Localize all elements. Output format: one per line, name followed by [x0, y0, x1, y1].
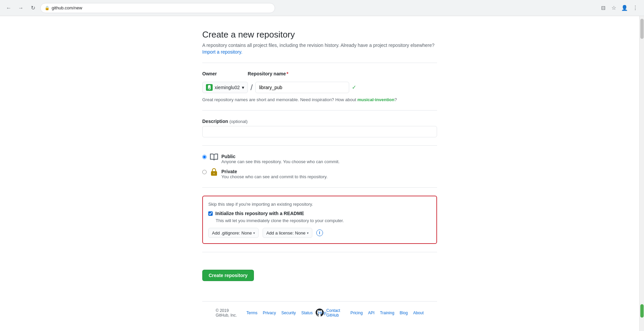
owner-field-group: Owner [202, 71, 217, 78]
footer-training-link[interactable]: Training [380, 311, 394, 315]
valid-checkmark-icon: ✓ [352, 82, 356, 93]
divider-desc [202, 110, 437, 111]
back-button[interactable]: ← [4, 3, 13, 13]
footer-about-link[interactable]: About [413, 311, 424, 315]
repo-name-input[interactable] [255, 82, 349, 93]
public-option: Public Anyone can see this repository. Y… [202, 154, 437, 164]
owner-label: Owner [202, 71, 217, 76]
init-readme-label[interactable]: Initialize this repository with a README [215, 211, 304, 216]
owner-select-button[interactable]: xieminglu02 ▾ [202, 82, 248, 93]
divider-create [202, 252, 437, 252]
scrollbar-thumb-green[interactable] [640, 304, 644, 318]
init-skip-text: Skip this step if you're importing an ex… [208, 202, 431, 207]
footer-copyright: © 2019 GitHub, Inc. [216, 308, 241, 318]
init-box: Skip this step if you're importing an ex… [202, 196, 437, 244]
public-radio[interactable] [202, 155, 207, 159]
refresh-button[interactable]: ↻ [28, 3, 38, 13]
owner-repo-labels: Owner Repository name* [202, 71, 437, 78]
page-title: Create a new repository [202, 29, 437, 40]
init-sublabel: This will let you immediately clone the … [216, 218, 431, 223]
profile-icon[interactable]: 👤 [620, 3, 629, 13]
scrollbar-thumb[interactable] [640, 19, 644, 39]
private-option: Private You choose who can see and commi… [202, 169, 437, 179]
footer-left: © 2019 GitHub, Inc. Terms Privacy Securi… [216, 308, 326, 318]
book-icon [210, 153, 218, 163]
footer: © 2019 GitHub, Inc. Terms Privacy Securi… [202, 301, 437, 324]
github-logo [316, 309, 324, 317]
footer-terms-link[interactable]: Terms [247, 311, 258, 315]
form-container: Create a new repository A repository con… [196, 29, 444, 324]
footer-logo-wrapper [316, 309, 324, 318]
divider-visibility [202, 145, 437, 146]
translate-icon[interactable]: ⊟ [598, 3, 608, 13]
main-content: Create a new repository A repository con… [0, 16, 639, 331]
owner-name: xieminglu02 [215, 85, 240, 90]
gitignore-chevron-icon: ▾ [253, 231, 255, 235]
scrollbar-track[interactable] [639, 16, 644, 331]
menu-icon[interactable]: ⋮ [631, 3, 640, 13]
footer-blog-link[interactable]: Blog [400, 311, 408, 315]
name-suggestion: Great repository names are short and mem… [202, 97, 437, 102]
owner-avatar [206, 84, 213, 91]
private-desc: You choose who can see and commit to thi… [221, 174, 328, 179]
forward-button[interactable]: → [16, 3, 25, 13]
public-desc: Anyone can see this repository. You choo… [221, 159, 339, 164]
page-wrapper: Create a new repository A repository con… [0, 16, 644, 331]
footer-status-link[interactable]: Status [301, 311, 313, 315]
import-link[interactable]: Import a repository. [202, 49, 243, 55]
gitignore-dropdown[interactable]: Add .gitignore: None ▾ [208, 228, 259, 238]
repo-name-label: Repository name* [248, 71, 288, 76]
suggestion-link[interactable]: musical-invention [357, 97, 394, 102]
bookmark-icon[interactable]: ☆ [609, 3, 619, 13]
footer-api-link[interactable]: API [368, 311, 374, 315]
url-text: github.com/new [52, 5, 82, 10]
repo-name-field-group: Repository name* [248, 71, 288, 78]
required-star: * [286, 71, 288, 76]
divider-top [202, 63, 437, 63]
lock-icon [210, 168, 218, 179]
browser-chrome: ← → ↻ 🔒 github.com/new ⊟ ☆ 👤 ⋮ [0, 0, 644, 16]
private-radio[interactable] [202, 170, 207, 174]
description-input[interactable] [202, 126, 437, 137]
desc-label: Description (optional) [202, 119, 437, 124]
license-chevron-icon: ▾ [307, 231, 309, 235]
footer-right: Contact GitHub Pricing API Training Blog… [326, 308, 424, 318]
dropdowns-row: Add .gitignore: None ▾ Add a license: No… [208, 228, 431, 238]
page-subtitle: A repository contains all project files,… [202, 43, 437, 48]
divider-init [202, 187, 437, 188]
visibility-section: Public Anyone can see this repository. Y… [202, 154, 437, 179]
footer-pricing-link[interactable]: Pricing [351, 311, 363, 315]
footer-contact-link[interactable]: Contact GitHub [326, 308, 345, 318]
footer-security-link[interactable]: Security [281, 311, 296, 315]
create-repository-button[interactable]: Create repository [202, 270, 254, 281]
public-label: Public [221, 154, 339, 159]
init-readme-checkbox[interactable] [208, 211, 213, 216]
init-checkbox-row: Initialize this repository with a README [208, 211, 431, 216]
owner-repo-row: xieminglu02 ▾ / ✓ [202, 82, 437, 93]
slash-divider: / [251, 82, 253, 93]
lock-icon: 🔒 [45, 6, 50, 10]
info-circle-icon[interactable]: i [316, 229, 323, 236]
browser-right-icons: ⊟ ☆ 👤 ⋮ [598, 3, 640, 13]
address-bar[interactable]: 🔒 github.com/new [40, 3, 275, 13]
license-dropdown[interactable]: Add a license: None ▾ [263, 228, 312, 238]
desc-optional: (optional) [229, 119, 248, 124]
footer-privacy-link[interactable]: Privacy [263, 311, 276, 315]
description-section: Description (optional) [202, 119, 437, 137]
owner-chevron: ▾ [242, 85, 244, 90]
private-label: Private [221, 169, 328, 174]
